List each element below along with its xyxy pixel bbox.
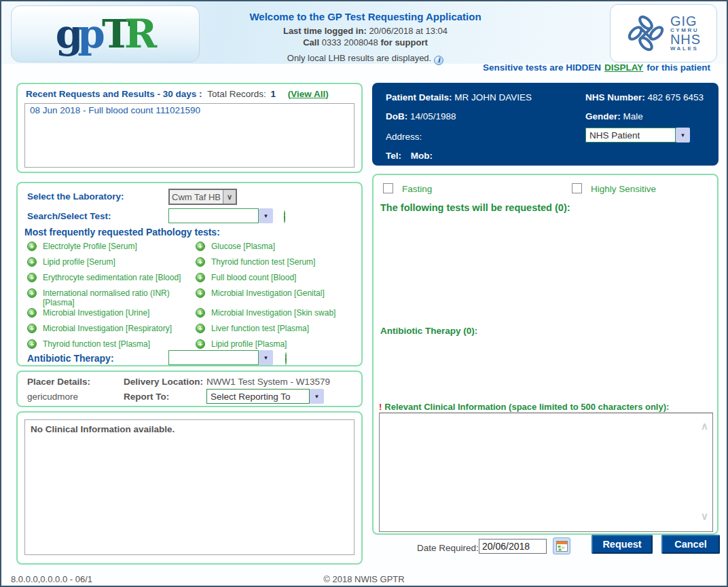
gender-line: Gender: Male <box>585 111 643 121</box>
test-add-link[interactable]: International normalised ratio (INR) [Pl… <box>27 288 196 308</box>
lhb-notice-text: Only local LHB results are displayed. <box>287 53 431 63</box>
scroll-up-icon[interactable]: ∧ <box>701 421 708 431</box>
mob-label: Mob: <box>411 151 433 161</box>
date-required-input[interactable] <box>479 539 547 554</box>
antibiotic-therapy-label: Antibiotic Therapy: <box>27 353 114 364</box>
gptr-logo: gpTR <box>11 5 200 62</box>
add-icon[interactable] <box>27 339 37 349</box>
clinical-information-textarea[interactable] <box>379 413 713 532</box>
nhs-wales-logo: GIG CYMRU NHS WALES <box>610 4 717 62</box>
view-all-link[interactable]: View All <box>291 89 325 99</box>
report-to-dropdown-arrow-icon[interactable] <box>310 389 324 404</box>
relevant-clinical-header-text: Relevant Clinical Information (space lim… <box>384 402 669 412</box>
add-icon[interactable] <box>196 273 205 282</box>
laboratory-dropdown-arrow-icon[interactable] <box>223 190 236 204</box>
dob-line: DoB: 14/05/1988 <box>386 111 456 121</box>
celtic-knot-icon <box>626 14 666 53</box>
nhs-wales: WALES <box>670 45 701 52</box>
add-icon[interactable] <box>196 308 205 318</box>
scroll-down-icon[interactable]: ∨ <box>701 511 708 521</box>
clinical-information-listbox[interactable]: No Clinical Information available. <box>24 419 354 555</box>
recent-result-item[interactable]: 08 Jun 2018 - Full blood count 111021590 <box>25 104 354 117</box>
add-icon[interactable] <box>196 288 205 298</box>
sensitive-suffix: for this patient <box>647 62 710 73</box>
test-request-panel: Fasting Highly Sensitive The following t… <box>372 174 718 535</box>
laboratory-select-value[interactable]: Cwm Taf HB <box>170 192 223 202</box>
info-icon[interactable] <box>434 56 443 65</box>
search-test-combobox[interactable] <box>168 208 273 223</box>
search-test-input[interactable] <box>168 208 259 223</box>
nhs-number-line: NHS Number: 482 675 6453 <box>585 92 704 102</box>
test-add-link[interactable]: Microbial Investigation [Genital] <box>196 288 359 308</box>
support-suffix: for support <box>380 37 427 48</box>
test-add-link[interactable]: Electrolyte Profile [Serum] <box>27 242 196 257</box>
calendar-button[interactable] <box>553 537 570 554</box>
recent-requests-panel: Recent Requests and Results - 30 days : … <box>16 83 363 173</box>
nhs-wales-wordmark: GIG CYMRU NHS WALES <box>670 15 701 52</box>
welcome-title: Welcome to the GP Test Requesting Applic… <box>217 11 513 22</box>
test-add-link[interactable]: Microbial Investigation [Respiratory] <box>27 324 196 339</box>
search-test-label: Search/Select Test: <box>27 211 111 221</box>
logo-letter-R: R <box>124 11 155 57</box>
antibiotic-therapy-input[interactable] <box>168 350 259 365</box>
requested-tests-header: The following tests will be requested (0… <box>380 202 570 213</box>
laboratory-select[interactable]: Cwm Taf HB <box>168 189 237 205</box>
highly-sensitive-checkbox[interactable] <box>572 183 582 193</box>
add-icon[interactable] <box>27 242 37 251</box>
report-to-value[interactable]: Select Reporting To <box>206 389 310 404</box>
test-add-link[interactable]: Microbial Investigation [Skin swab] <box>196 308 359 324</box>
fasting-checkbox[interactable] <box>383 183 393 193</box>
add-icon[interactable] <box>196 339 205 349</box>
frequent-tests-title: Most frequently requested Pathology test… <box>24 227 220 238</box>
dob-value: 14/05/1988 <box>410 111 456 121</box>
version-text: 8.0.0.0,0.0.0.0 - 06/1 <box>11 574 92 584</box>
cancel-button[interactable]: Cancel <box>661 535 720 554</box>
address-label: Address: <box>386 132 422 142</box>
add-icon[interactable] <box>196 242 205 251</box>
add-icon[interactable] <box>196 257 205 267</box>
test-add-link[interactable]: Full blood count [Blood] <box>196 273 359 288</box>
fasting-label[interactable]: Fasting <box>402 184 432 194</box>
add-icon[interactable] <box>27 288 37 298</box>
dob-label: DoB: <box>386 111 407 121</box>
patient-type-value[interactable]: NHS Patient <box>585 128 676 143</box>
test-add-link[interactable]: Liver function test [Plasma] <box>196 324 359 339</box>
support-line: Call 0333 2008048 for support <box>217 37 513 48</box>
antibiotic-therapy-combobox[interactable] <box>168 350 273 365</box>
add-icon[interactable] <box>27 257 37 267</box>
add-icon[interactable] <box>27 324 37 333</box>
placer-details-panel: Placer Details: Delivery Location: NWW1 … <box>16 371 363 407</box>
antibiotic-count-header: Antibiotic Therapy (0): <box>380 326 477 336</box>
add-icon[interactable] <box>27 273 37 282</box>
laboratory-panel: Select the Laboratory: Cwm Taf HB Search… <box>16 182 363 366</box>
copyright-text: © 2018 NWIS GPTR <box>1 574 727 584</box>
add-search-test-icon[interactable] <box>284 210 285 223</box>
display-sensitive-link[interactable]: DISPLAY <box>604 62 643 73</box>
tel-label: Tel: <box>386 151 401 161</box>
test-add-link[interactable]: Thyroid function test [Serum] <box>196 257 359 273</box>
patient-name-line: Patient Details: MR JOHN DAVIES <box>386 92 532 102</box>
recent-requests-header: Recent Requests and Results - 30 days : … <box>26 89 329 99</box>
last-login-label: Last time logged in: <box>283 26 367 36</box>
test-add-link[interactable]: Glucose [Plasma] <box>196 242 359 257</box>
last-login-value: 20/06/2018 at 13:04 <box>369 26 448 36</box>
request-button[interactable]: Request <box>592 535 653 554</box>
gptr-application-window: gpTR Welcome to the GP Test Requesting A… <box>0 0 728 587</box>
add-icon[interactable] <box>27 308 37 318</box>
search-test-dropdown-arrow-icon[interactable] <box>259 208 273 223</box>
highly-sensitive-label[interactable]: Highly Sensitive <box>591 184 656 194</box>
antibiotic-dropdown-arrow-icon[interactable] <box>259 350 273 365</box>
add-icon[interactable] <box>196 324 205 333</box>
test-add-link[interactable]: Lipid profile [Serum] <box>27 257 196 273</box>
call-label: Call <box>303 37 319 48</box>
patient-type-dropdown-arrow-icon[interactable] <box>676 128 690 143</box>
patient-type-select[interactable]: NHS Patient <box>585 128 690 143</box>
no-clinical-info-message: No Clinical Information available. <box>25 420 354 438</box>
test-add-link[interactable]: Erythrocyte sedimentation rate [Blood] <box>27 273 196 288</box>
view-all-paren-close: ) <box>325 89 329 99</box>
test-add-link[interactable]: Microbial Investigation [Urine] <box>27 308 196 324</box>
report-to-select[interactable]: Select Reporting To <box>206 389 324 404</box>
add-antibiotic-icon[interactable] <box>285 352 287 365</box>
sensitive-tests-line: Sensitive tests are HIDDENDISPLAYfor thi… <box>483 62 710 73</box>
recent-results-listbox[interactable]: 08 Jun 2018 - Full blood count 111021590 <box>24 103 354 168</box>
